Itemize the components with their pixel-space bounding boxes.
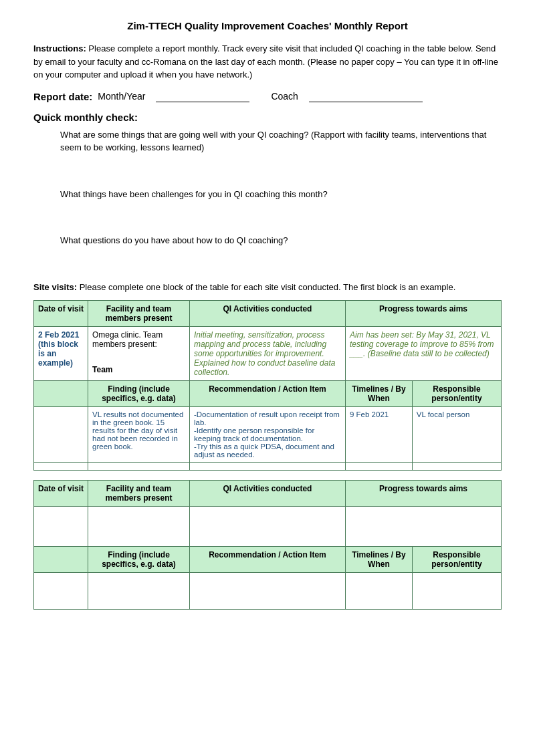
question-3-block: What questions do you have about how to … [60,234,502,274]
table1-detail-recommendation: -Documentation of result upon receipt fr… [189,407,345,463]
quick-monthly-title: Quick monthly check: [33,112,502,123]
table2-subheader-timelines: Timelines / By When [345,547,412,573]
table2-subheader-finding: Finding (include specifics, e.g. data) [88,547,190,573]
table1-header-row: Date of visit Facility and team members … [34,301,502,327]
table1-header-progress: Progress towards aims [345,301,501,327]
table1-subheader-recommendation: Recommendation / Action Item [189,381,345,407]
question-3-text: What questions do you have about how to … [60,234,502,247]
table2-subheader-row: Finding (include specifics, e.g. data) R… [34,547,502,573]
table1-detail-responsible: VL focal person [412,407,501,463]
coach-field[interactable] [309,91,423,102]
table1-detail-timelines: 9 Feb 2021 [345,407,412,463]
instructions-label: Instructions: [33,43,86,53]
table2-detail-row [34,573,502,610]
example-table: Date of visit Facility and team members … [33,300,502,471]
table2-subheader-responsible: Responsible person/entity [412,547,501,573]
table1-example-date: 2 Feb 2021 (this block is an example) [34,327,88,381]
instructions-block: Instructions: Please complete a report m… [33,42,502,82]
report-date-row: Report date: Month/Year Coach [33,91,502,102]
answer-space-2[interactable] [60,201,502,227]
coach-label: Coach [271,91,298,102]
table1-header-qi: QI Activities conducted [189,301,345,327]
report-date-label: Report date: [33,91,92,102]
table1-spacer-row [34,463,502,471]
table2-header-row: Date of visit Facility and team members … [34,481,502,507]
table1-subheader-timelines: Timelines / By When [345,381,412,407]
table1-detail-finding: VL results not documented in the green b… [88,407,190,463]
page-title: Zim-TTECH Quality Improvement Coaches' M… [33,20,502,31]
table2-header-qi: QI Activities conducted [189,481,345,507]
instructions-text: Please complete a report monthly. Track … [33,43,498,80]
table1-detail-row: VL results not documented in the green b… [34,407,502,463]
table1-example-progress: Aim has been set: By May 31, 2021, VL te… [345,327,501,381]
question-2-text: What things have been challenges for you… [60,188,502,201]
table1-header-date: Date of visit [34,301,88,327]
table2-header-progress: Progress towards aims [345,481,501,507]
table1-example-facility: Omega clinic. Team members present: Team [88,327,190,381]
table2-subheader-recommendation: Recommendation / Action Item [189,547,345,573]
table1-subheader-responsible: Responsible person/entity [412,381,501,407]
table2-header-facility: Facility and team members present [88,481,190,507]
answer-space-1[interactable] [60,154,502,181]
table1-header-facility: Facility and team members present [88,301,190,327]
table1-subheader-row: Finding (include specifics, e.g. data) R… [34,381,502,407]
question-1-text: What are some things that are going well… [60,128,502,154]
site-visits-text: Please complete one block of the table f… [80,282,456,292]
answer-space-3[interactable] [60,247,502,274]
site-visits-label: Site visits: [33,282,77,292]
question-1-block: What are some things that are going well… [60,128,502,181]
month-year-label: Month/Year [98,91,145,102]
table1-example-row: 2 Feb 2021 (this block is an example) Om… [34,327,502,381]
table2-empty-row [34,507,502,547]
table1-subheader-finding: Finding (include specifics, e.g. data) [88,381,190,407]
table2-header-date: Date of visit [34,481,88,507]
blank-table: Date of visit Facility and team members … [33,480,502,610]
question-2-block: What things have been challenges for you… [60,188,502,228]
month-year-field[interactable] [156,91,249,102]
table1-example-qi: Initial meeting, sensitization, process … [189,327,345,381]
site-visits-intro: Site visits: Please complete one block o… [33,281,502,294]
team-label: Team [92,365,185,374]
